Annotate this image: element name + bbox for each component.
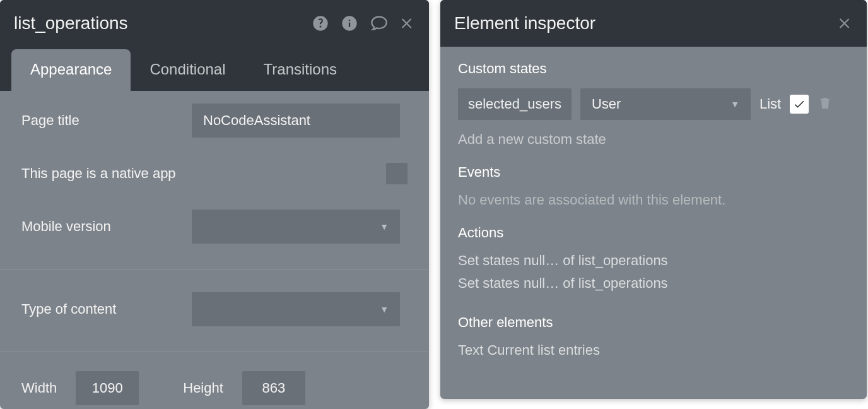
height-input[interactable]: 863 bbox=[242, 371, 305, 405]
tab-conditional[interactable]: Conditional bbox=[131, 49, 244, 91]
close-icon[interactable] bbox=[838, 16, 853, 31]
row-type-of-content: Type of content ▼ bbox=[0, 270, 429, 352]
native-app-label: This page is a native app bbox=[21, 165, 373, 182]
section-other-elements: Other elements Text Current list entries bbox=[440, 300, 867, 367]
other-element-item[interactable]: Text Current list entries bbox=[458, 342, 849, 359]
help-icon[interactable] bbox=[312, 15, 329, 32]
type-of-content-label: Type of content bbox=[21, 301, 179, 317]
element-name-title: list_operations bbox=[14, 13, 305, 33]
row-mobile-version: Mobile version ▼ bbox=[0, 197, 429, 270]
trash-icon[interactable] bbox=[818, 95, 833, 114]
appearance-body: Page title NoCodeAssistant This page is … bbox=[0, 91, 429, 409]
list-label: List bbox=[760, 96, 781, 112]
close-icon[interactable] bbox=[400, 16, 415, 31]
tab-transitions[interactable]: Transitions bbox=[245, 49, 356, 91]
actions-heading: Actions bbox=[458, 225, 849, 241]
inspector-title: Element inspector bbox=[454, 13, 831, 33]
info-icon[interactable] bbox=[341, 15, 358, 32]
events-heading: Events bbox=[458, 164, 849, 181]
section-events: Events No events are associated with thi… bbox=[440, 150, 867, 211]
list-checkbox[interactable] bbox=[790, 95, 809, 114]
caret-down-icon: ▼ bbox=[380, 222, 389, 232]
inspector-header: Element inspector bbox=[440, 0, 867, 47]
properties-panel-header: list_operations bbox=[0, 0, 429, 47]
other-elements-heading: Other elements bbox=[458, 314, 849, 331]
mobile-version-label: Mobile version bbox=[21, 218, 179, 235]
native-app-checkbox[interactable] bbox=[386, 163, 408, 184]
row-page-title: Page title NoCodeAssistant bbox=[0, 91, 429, 150]
custom-state-row: selected_users User ▼ List bbox=[458, 88, 849, 120]
events-empty-text: No events are associated with this eleme… bbox=[458, 192, 849, 208]
type-of-content-select[interactable]: ▼ bbox=[192, 292, 400, 326]
comment-icon[interactable] bbox=[370, 15, 389, 32]
state-type-select[interactable]: User ▼ bbox=[580, 88, 751, 120]
action-item[interactable]: Set states null… of list_operations bbox=[458, 275, 849, 292]
element-inspector-panel: Element inspector Custom states selected… bbox=[440, 0, 867, 399]
state-type-value: User bbox=[592, 96, 621, 112]
section-actions: Actions Set states null… of list_operati… bbox=[440, 211, 867, 300]
row-dimensions: Width 1090 Height 863 bbox=[0, 352, 429, 409]
row-native-app: This page is a native app bbox=[0, 150, 429, 197]
properties-panel: list_operations Appearance Conditional T… bbox=[0, 0, 429, 409]
state-name-input[interactable]: selected_users bbox=[458, 88, 572, 120]
height-label: Height bbox=[183, 380, 223, 396]
add-custom-state-link[interactable]: Add a new custom state bbox=[458, 131, 849, 148]
properties-tabs: Appearance Conditional Transitions bbox=[0, 47, 429, 91]
inspector-body: Custom states selected_users User ▼ List bbox=[440, 47, 867, 399]
custom-states-heading: Custom states bbox=[458, 61, 849, 77]
mobile-version-select[interactable]: ▼ bbox=[192, 210, 400, 244]
tab-appearance[interactable]: Appearance bbox=[11, 49, 131, 91]
action-item[interactable]: Set states null… of list_operations bbox=[458, 252, 849, 269]
caret-down-icon: ▼ bbox=[730, 99, 739, 109]
header-icon-group bbox=[312, 15, 415, 32]
width-input[interactable]: 1090 bbox=[76, 371, 139, 405]
section-custom-states: Custom states selected_users User ▼ List bbox=[440, 47, 867, 150]
caret-down-icon: ▼ bbox=[380, 304, 389, 314]
page-title-input[interactable]: NoCodeAssistant bbox=[192, 104, 400, 138]
width-label: Width bbox=[21, 380, 57, 396]
page-title-label: Page title bbox=[21, 112, 179, 129]
